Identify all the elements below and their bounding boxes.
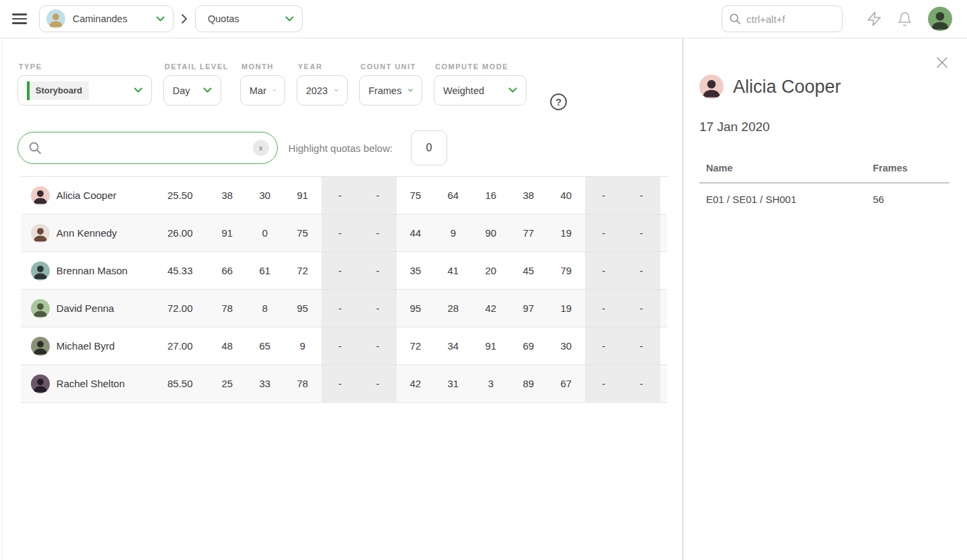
compute-mode-select[interactable]: Weighted: [434, 75, 527, 106]
day-quota-cell[interactable]: 28: [434, 290, 472, 327]
person-cell[interactable]: Ann Kennedy: [21, 214, 152, 251]
day-quota-cell[interactable]: 19: [547, 290, 585, 327]
person-cell[interactable]: Alicia Cooper: [21, 177, 152, 214]
day-quota-cell[interactable]: -: [623, 214, 660, 251]
person-cell[interactable]: Michael Byrd: [21, 327, 152, 364]
day-quota-cell[interactable]: 3: [472, 365, 510, 402]
day-quota-cell[interactable]: 9: [434, 214, 472, 251]
day-quota-cell[interactable]: 69: [510, 327, 547, 364]
day-quota-cell[interactable]: 72: [284, 252, 321, 289]
quick-actions-button[interactable]: [866, 11, 882, 27]
day-quota-cell[interactable]: 90: [472, 214, 510, 251]
day-quota-cell[interactable]: 9: [284, 327, 321, 364]
day-quota-cell[interactable]: -: [585, 290, 623, 327]
day-quota-cell[interactable]: -: [359, 252, 397, 289]
day-quota-cell[interactable]: 75: [397, 177, 434, 214]
day-quota-cell[interactable]: 25: [208, 365, 246, 402]
day-quota-cell[interactable]: -: [623, 290, 660, 327]
day-quota-cell[interactable]: 41: [434, 252, 472, 289]
day-quota-cell[interactable]: -: [585, 365, 623, 402]
day-quota-cell[interactable]: 19: [547, 214, 585, 251]
day-quota-cell[interactable]: -: [359, 177, 397, 214]
person-cell[interactable]: Rachel Shelton: [21, 365, 152, 402]
day-quota-cell[interactable]: -: [359, 214, 397, 251]
section-selector[interactable]: Quotas: [195, 5, 303, 32]
project-selector[interactable]: Caminandes: [39, 5, 173, 32]
day-quota-cell[interactable]: 30: [246, 177, 284, 214]
person-cell[interactable]: David Penna: [21, 290, 152, 327]
person-cell[interactable]: Brennan Mason: [21, 252, 152, 289]
day-quota-cell[interactable]: -: [585, 177, 623, 214]
day-quota-cell[interactable]: 44: [397, 214, 434, 251]
day-quota-cell[interactable]: 20: [472, 252, 510, 289]
day-quota-cell[interactable]: -: [321, 327, 359, 364]
close-panel-button[interactable]: [935, 56, 950, 71]
day-quota-cell[interactable]: -: [623, 177, 660, 214]
notifications-button[interactable]: [897, 11, 913, 27]
day-quota-cell[interactable]: 66: [208, 252, 246, 289]
clear-search-button[interactable]: x: [253, 140, 269, 156]
day-quota-cell[interactable]: -: [623, 327, 660, 364]
day-quota-cell[interactable]: -: [585, 327, 623, 364]
day-quota-cell[interactable]: -: [623, 365, 660, 402]
day-quota-cell[interactable]: 78: [208, 290, 246, 327]
day-quota-cell[interactable]: 8: [246, 290, 284, 327]
day-quota-cell[interactable]: -: [321, 214, 359, 251]
day-quota-cell[interactable]: 38: [208, 177, 246, 214]
year-select[interactable]: 2023: [297, 75, 348, 106]
day-quota-cell[interactable]: 48: [208, 327, 246, 364]
day-quota-cell[interactable]: 42: [472, 290, 510, 327]
day-quota-cell[interactable]: 91: [472, 327, 510, 364]
day-quota-cell[interactable]: -: [623, 252, 660, 289]
day-quota-cell[interactable]: -: [321, 177, 359, 214]
day-quota-cell[interactable]: 78: [284, 365, 321, 402]
menu-icon[interactable]: [12, 13, 27, 24]
day-quota-cell[interactable]: 79: [547, 252, 585, 289]
day-quota-cell[interactable]: 67: [547, 365, 585, 402]
global-search-input[interactable]: [746, 13, 827, 25]
shot-name[interactable]: E01 / SE01 / SH001: [699, 194, 873, 205]
detail-level-select[interactable]: Day: [163, 75, 221, 106]
highlight-quotas-label: Highlight quotas below:: [288, 143, 393, 154]
day-quota-cell[interactable]: 75: [284, 214, 321, 251]
help-icon[interactable]: ?: [550, 93, 567, 110]
day-quota-cell[interactable]: 16: [472, 177, 510, 214]
highlight-threshold-input[interactable]: [411, 130, 447, 165]
day-quota-cell[interactable]: 97: [510, 290, 547, 327]
day-quota-cell[interactable]: 89: [510, 365, 547, 402]
day-quota-cell[interactable]: -: [321, 365, 359, 402]
day-quota-cell[interactable]: -: [321, 290, 359, 327]
day-quota-cell[interactable]: 95: [397, 290, 434, 327]
day-quota-cell[interactable]: 61: [246, 252, 284, 289]
day-quota-cell[interactable]: 45: [510, 252, 547, 289]
average-cell: 27.00: [152, 327, 208, 364]
day-quota-cell[interactable]: 65: [246, 327, 284, 364]
type-filter-select[interactable]: Storyboard: [17, 75, 152, 106]
day-quota-cell[interactable]: 91: [284, 177, 321, 214]
day-quota-cell[interactable]: 31: [434, 365, 472, 402]
day-quota-cell[interactable]: -: [321, 252, 359, 289]
quota-search-input[interactable]: [48, 143, 253, 154]
day-quota-cell[interactable]: 0: [246, 214, 284, 251]
day-quota-cell[interactable]: -: [585, 252, 623, 289]
day-quota-cell[interactable]: -: [359, 290, 397, 327]
count-unit-select[interactable]: Frames: [359, 75, 422, 106]
day-quota-cell[interactable]: 77: [510, 214, 547, 251]
day-quota-cell[interactable]: -: [359, 327, 397, 364]
day-quota-cell[interactable]: 34: [434, 327, 472, 364]
day-quota-cell[interactable]: 42: [397, 365, 434, 402]
day-quota-cell[interactable]: 38: [510, 177, 547, 214]
day-quota-cell[interactable]: 91: [208, 214, 246, 251]
day-quota-cell[interactable]: 30: [547, 327, 585, 364]
month-select[interactable]: Mar: [240, 75, 285, 106]
day-quota-cell[interactable]: 40: [547, 177, 585, 214]
person-name: Alicia Cooper: [56, 190, 116, 201]
day-quota-cell[interactable]: 95: [284, 290, 321, 327]
day-quota-cell[interactable]: 35: [397, 252, 434, 289]
user-avatar[interactable]: [928, 7, 952, 31]
day-quota-cell[interactable]: 64: [434, 177, 472, 214]
day-quota-cell[interactable]: 33: [246, 365, 284, 402]
day-quota-cell[interactable]: -: [585, 214, 623, 251]
day-quota-cell[interactable]: 72: [397, 327, 434, 364]
day-quota-cell[interactable]: -: [359, 365, 397, 402]
